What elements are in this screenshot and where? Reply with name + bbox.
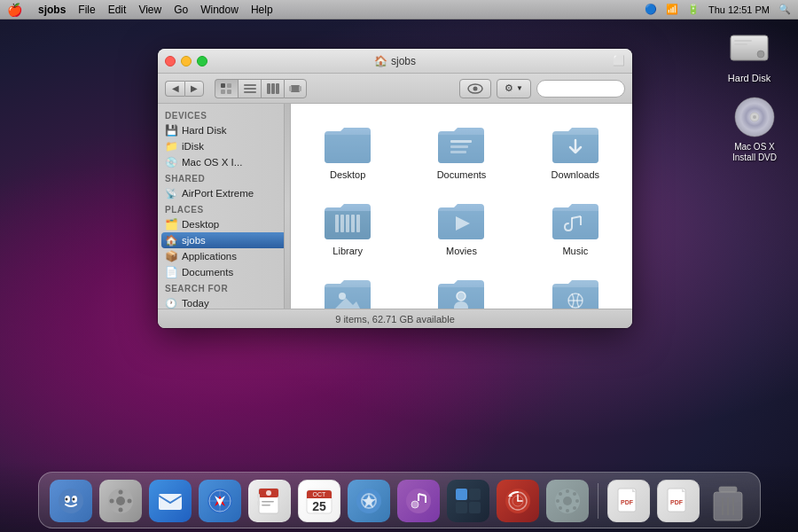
svg-rect-29 — [356, 215, 360, 232]
icon-view-button[interactable] — [215, 79, 238, 98]
dock-spaces[interactable] — [445, 476, 491, 522]
folder-sites[interactable]: Sites — [519, 265, 632, 309]
music-folder-icon — [550, 198, 601, 242]
menubar-window[interactable]: Window — [200, 4, 239, 16]
title-bar: 🏠 sjobs ⬜ — [158, 49, 632, 74]
svg-text:PDF: PDF — [670, 499, 684, 505]
folder-public[interactable]: Public — [404, 265, 518, 309]
column-view-button[interactable] — [261, 79, 284, 98]
folder-music[interactable]: Music — [519, 189, 632, 265]
window-controls — [165, 56, 207, 66]
list-view-button[interactable] — [238, 79, 261, 98]
svg-point-72 — [411, 501, 419, 508]
svg-text:PDF: PDF — [621, 499, 634, 505]
svg-point-92 — [559, 492, 562, 496]
eye-button[interactable] — [459, 79, 491, 98]
maximize-button[interactable] — [197, 56, 207, 66]
dock-safari[interactable] — [197, 476, 243, 522]
addressbook-dock-icon — [248, 480, 291, 522]
sidebar-item-airport[interactable]: 📡 AirPort Extreme — [158, 185, 290, 201]
menubar-view[interactable]: View — [138, 4, 161, 16]
gear-icon: ⚙ — [505, 82, 513, 94]
svg-rect-14 — [267, 83, 270, 94]
desktop-label: Desktop — [330, 169, 365, 180]
dock-syspref2[interactable] — [544, 476, 591, 522]
dock-container: 25OCT — [38, 472, 761, 528]
sidebar-item-documents[interactable]: 📄 Documents — [158, 264, 290, 280]
svg-rect-11 — [244, 84, 256, 86]
svg-point-47 — [127, 499, 131, 504]
minimize-button[interactable] — [181, 56, 192, 66]
svg-rect-23 — [450, 145, 468, 148]
dock-mail[interactable] — [147, 476, 193, 522]
svg-rect-77 — [469, 489, 481, 500]
dock-pdf2[interactable]: PDF — [655, 476, 701, 522]
dock-pdf1[interactable]: PDF — [606, 476, 652, 522]
svg-point-93 — [573, 492, 576, 496]
search-section: SEARCH FOR — [158, 280, 290, 295]
window-resize[interactable]: ⬜ — [613, 55, 625, 66]
close-button[interactable] — [165, 56, 176, 66]
folder-downloads[interactable]: Downloads — [519, 113, 632, 189]
dock-system-prefs[interactable] — [98, 476, 144, 522]
dock-itunes[interactable] — [395, 476, 442, 522]
menubar-finder[interactable]: sjobs — [38, 4, 66, 16]
dock: 25OCT — [0, 461, 798, 532]
svg-rect-8 — [227, 83, 231, 88]
desktop-folder-icon — [322, 121, 373, 166]
dvd-icon[interactable]: Mac OS X Install DVD — [724, 96, 786, 163]
sidebar-item-macosx[interactable]: 💿 Mac OS X I... — [158, 154, 290, 170]
menubar-help[interactable]: Help — [251, 4, 273, 16]
folder-movies[interactable]: Movies — [404, 189, 518, 265]
menubar-file[interactable]: File — [78, 4, 95, 16]
search-input[interactable] — [536, 80, 625, 98]
menubar-go[interactable]: Go — [174, 4, 188, 16]
sidebar-item-desktop[interactable]: 🗂️ Desktop — [158, 216, 290, 232]
forward-button[interactable]: ▶ — [184, 81, 204, 97]
svg-rect-58 — [262, 501, 274, 503]
status-bar: 9 items, 62.71 GB available — [158, 309, 632, 328]
dock-addressbook[interactable] — [246, 476, 293, 522]
sidebar-item-harddisk[interactable]: 💾 Hard Disk — [158, 122, 290, 138]
apps-icon: 📦 — [165, 250, 177, 262]
svg-rect-27 — [346, 215, 349, 232]
folder-desktop[interactable]: Desktop — [291, 113, 404, 189]
clock: Thu 12:51 PM — [708, 4, 770, 15]
dock-timemachine[interactable] — [495, 476, 541, 522]
action-chevron: ▼ — [516, 84, 523, 92]
cover-view-button[interactable] — [284, 79, 307, 98]
sidebar-item-sjobs[interactable]: 🏠 sjobs — [161, 232, 286, 248]
svg-point-94 — [559, 506, 562, 510]
back-button[interactable]: ◀ — [165, 81, 184, 97]
sidebar-item-today[interactable]: 🕐 Today — [158, 295, 290, 309]
svg-point-89 — [566, 509, 569, 512]
svg-rect-78 — [456, 502, 467, 513]
dock-finder[interactable] — [48, 476, 94, 522]
svg-point-46 — [109, 499, 113, 504]
sites-folder-icon — [550, 274, 601, 309]
spotlight-icon[interactable]: 🔍 — [778, 4, 791, 15]
harddisk-icon: 💾 — [165, 124, 177, 137]
action-button[interactable]: ⚙ ▼ — [497, 79, 531, 98]
folder-pictures[interactable]: Pictures — [291, 265, 404, 309]
finder-dock-icon — [50, 480, 92, 522]
dock-iphoto[interactable] — [346, 476, 392, 522]
folder-documents[interactable]: Documents — [404, 113, 518, 189]
dock-trash[interactable] — [705, 476, 751, 522]
timemachine-dock-icon — [497, 480, 539, 522]
music-label: Music — [562, 246, 588, 256]
svg-rect-10 — [227, 90, 231, 94]
itunes-dock-icon — [397, 480, 440, 522]
sidebar-item-applications[interactable]: 📦 Applications — [158, 248, 290, 264]
dock-ical[interactable]: 25OCT — [296, 476, 342, 522]
svg-point-34 — [457, 292, 466, 301]
menubar-edit[interactable]: Edit — [108, 4, 127, 16]
view-buttons — [215, 79, 307, 98]
item-count: 9 items, 62.71 GB available — [335, 314, 455, 325]
sidebar-item-idisk[interactable]: 📁 iDisk — [158, 138, 290, 154]
folder-library[interactable]: Library — [291, 189, 404, 265]
hard-disk-icon[interactable]: Hard Disk — [718, 27, 780, 83]
dvd-label: Mac OS X Install DVD — [724, 142, 786, 163]
iphoto-dock-icon — [348, 480, 390, 522]
apple-menu[interactable]: 🍎 — [7, 3, 22, 17]
